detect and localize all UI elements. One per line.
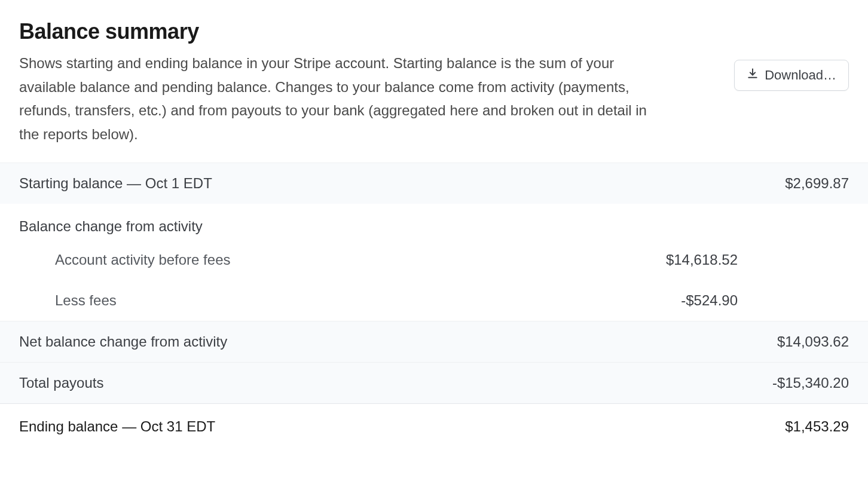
starting-balance-value: $2,699.87 — [785, 175, 849, 192]
header-text: Balance summary Shows starting and endin… — [19, 19, 665, 146]
download-icon — [747, 68, 759, 83]
download-button-label: Download… — [765, 68, 836, 83]
total-payouts-label: Total payouts — [19, 375, 103, 391]
row-activity-before-fees: Account activity before fees $14,618.52 — [0, 240, 868, 280]
download-button[interactable]: Download… — [734, 60, 849, 91]
balance-summary-panel: Balance summary Shows starting and endin… — [0, 0, 868, 449]
ending-balance-label: Ending balance — Oct 31 EDT — [19, 418, 215, 435]
row-total-payouts: Total payouts -$15,340.20 — [0, 362, 868, 403]
activity-section-label: Balance change from activity — [0, 204, 868, 240]
page-description: Shows starting and ending balance in you… — [19, 51, 665, 146]
row-ending-balance: Ending balance — Oct 31 EDT $1,453.29 — [0, 403, 868, 449]
net-change-value: $14,093.62 — [777, 333, 849, 350]
starting-balance-label: Starting balance — Oct 1 EDT — [19, 175, 212, 192]
less-fees-value: -$524.90 — [681, 292, 849, 309]
page-title: Balance summary — [19, 19, 665, 44]
panel-header: Balance summary Shows starting and endin… — [0, 0, 868, 163]
ending-balance-value: $1,453.29 — [785, 418, 849, 435]
activity-before-fees-label: Account activity before fees — [19, 252, 230, 268]
less-fees-label: Less fees — [19, 292, 117, 309]
row-starting-balance: Starting balance — Oct 1 EDT $2,699.87 — [0, 163, 868, 204]
row-net-change: Net balance change from activity $14,093… — [0, 321, 868, 362]
net-change-label: Net balance change from activity — [19, 333, 227, 350]
row-less-fees: Less fees -$524.90 — [0, 280, 868, 321]
total-payouts-value: -$15,340.20 — [772, 375, 849, 391]
activity-before-fees-value: $14,618.52 — [666, 252, 849, 268]
